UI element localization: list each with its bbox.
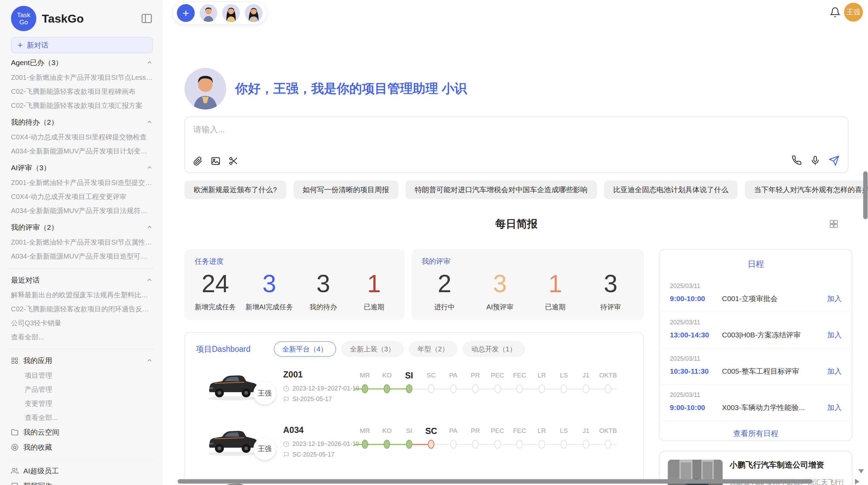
- assistant-avatar: [184, 68, 226, 110]
- sidebar-item-product-mgmt[interactable]: 产品管理: [11, 383, 153, 397]
- milestone-dot: [362, 440, 368, 449]
- image-upload-icon[interactable]: [210, 156, 221, 166]
- join-link[interactable]: 加入: [827, 366, 842, 376]
- project-date-range: 2023-12-19~2027-01-19: [292, 385, 359, 392]
- sidebar-item-task[interactable]: A034-全新新能源MUV产品开发项目计划变更表编写: [11, 144, 153, 158]
- milestone-dot: [450, 440, 457, 449]
- phone-call-icon[interactable]: [792, 156, 802, 166]
- sidebar-item-chat[interactable]: C02-飞腾新能源轻客改款项目的闭环通告反馈情况: [11, 302, 153, 316]
- my-apps-label: 我的应用: [23, 356, 52, 365]
- user-avatar[interactable]: 王强: [844, 3, 863, 22]
- new-chat-button[interactable]: + 新对话: [11, 37, 153, 53]
- paperclip-icon[interactable]: [193, 156, 203, 166]
- section-header-agent-done[interactable]: Agent已办（3）: [11, 54, 153, 71]
- sidebar-item-cloud-space[interactable]: 我的云空间: [11, 425, 153, 440]
- sidebar: Task Go TaskGo + 新对话 Agent已办（3） Z001-全新燃…: [0, 0, 162, 485]
- sidebar-item-my-apps[interactable]: 我的应用: [11, 353, 153, 369]
- sidebar-item-favorites[interactable]: 我的收藏: [11, 440, 153, 455]
- sidebar-item-task[interactable]: A034-全新新能源MUV产品开发项目造型可行性评审: [11, 249, 153, 263]
- logo-row: Task Go TaskGo: [11, 5, 153, 32]
- project-row-a034[interactable]: 王强 A034 2023-12-19~2026-01-19 SC-2025-05…: [204, 424, 643, 468]
- milestone-label: KO: [376, 426, 398, 436]
- sidebar-item-task[interactable]: C0X4-动力总成开发项目SI里程碑提交物检查: [11, 130, 153, 144]
- stat-value: 3: [479, 270, 520, 297]
- add-session-button[interactable]: +: [177, 4, 195, 22]
- sidebar-item-change-mgmt[interactable]: 变更管理: [11, 397, 153, 411]
- card-title: 任务进度: [195, 257, 224, 266]
- session-avatar[interactable]: [222, 4, 240, 22]
- sidebar-item-task[interactable]: Z001-全新燃油轻卡产品开发项目SI造型提交物评审: [11, 176, 153, 190]
- chat-input[interactable]: [193, 125, 742, 134]
- milestone-label: MR: [354, 426, 376, 436]
- section-header-my-todo[interactable]: 我的待办（2）: [11, 114, 153, 130]
- join-link[interactable]: 加入: [827, 294, 842, 303]
- stat-overdue: 1 已逾期: [353, 270, 395, 312]
- stat-new-done: 24 新增完成任务: [195, 270, 236, 312]
- project-row-z001[interactable]: 王强 Z001 2023-12-19~2027-01-19 SI-2025-05…: [204, 368, 643, 412]
- schedule-date: 2025/03/11: [670, 355, 842, 362]
- sidebar-item-task[interactable]: A034-全新新能源MUV产品开发项目法规符合性评审: [11, 204, 153, 218]
- stat-label: 新增AI完成任务: [245, 302, 293, 312]
- milestone-dot: [516, 384, 523, 393]
- suggestion-chip[interactable]: 欧洲新规最近颁布了什么?: [184, 181, 286, 199]
- suggestion-chip[interactable]: 当下年轻人对汽车外观有怎样的喜好趋势: [745, 181, 868, 199]
- scroll-down-arrow[interactable]: [858, 469, 864, 473]
- join-link[interactable]: 加入: [827, 403, 842, 412]
- sidebar-item-task[interactable]: C0X4-动力总成开发项目工程变更评审: [11, 190, 153, 204]
- section-header-my-review[interactable]: 我的评审（2）: [11, 219, 153, 235]
- stat-label: 已逾期: [353, 302, 395, 312]
- view-all-chats-link[interactable]: 查看全部...: [11, 330, 153, 344]
- schedule-item: 2025/03/11 10:30-11:30 C005-整车工程目标评审 加入: [660, 348, 852, 385]
- schedule-time: 10:30-11:30: [670, 367, 722, 375]
- notifications-bell-icon[interactable]: [830, 7, 841, 18]
- section-header-recent-chats[interactable]: 最近对话: [11, 272, 153, 288]
- milestone-dot: [384, 440, 390, 449]
- truck-image: [204, 368, 261, 402]
- tab-model-year[interactable]: 年型（2）: [409, 341, 457, 357]
- section-label: AI评审（3）: [11, 163, 51, 173]
- project-next-node: SI-2025-05-17: [292, 396, 332, 403]
- sidebar-item-task[interactable]: Z001-全新燃油皮卡产品开发项目SI节点Lesson Learn报告: [11, 71, 153, 85]
- suggestion-chip[interactable]: 如何写一份清晰的项目周报: [293, 181, 398, 199]
- tab-new-platform[interactable]: 全新平台（4）: [274, 341, 336, 357]
- milestone-label-current: SI: [398, 370, 420, 381]
- milestone-dot: [539, 384, 545, 393]
- milestone-dot: [516, 440, 523, 449]
- suggestion-chip[interactable]: 特朗普可能对进口汽车增税会对中国车企造成哪些影响: [406, 181, 597, 199]
- app-title: TaskGo: [42, 12, 84, 25]
- project-next-node: SC-2025-05-17: [292, 451, 335, 458]
- sidebar-item-chat[interactable]: 解释最新出台的欧盟报废车法规再生塑料比例被调至15%...: [11, 288, 153, 302]
- collapse-sidebar-icon[interactable]: [141, 12, 153, 25]
- dashboard-tabs: 全新平台（4） 全新上装（3） 年型（2） 动总开发（1）: [274, 341, 525, 357]
- microphone-icon[interactable]: [810, 156, 820, 166]
- view-all-apps-link[interactable]: 查看全部...: [11, 411, 153, 425]
- dashboard-title: 项目Dashboard: [196, 344, 251, 355]
- send-icon[interactable]: [829, 155, 840, 166]
- sidebar-item-help-write[interactable]: 帮我写作: [11, 478, 153, 485]
- sidebar-item-task[interactable]: C02-飞腾新能源轻客改款项目立项汇报方案: [11, 99, 153, 113]
- sidebar-item-task[interactable]: Z001-全新燃油轻卡产品开发项目SI节点属性5D文件评审: [11, 235, 153, 249]
- tab-new-body[interactable]: 全新上装（3）: [341, 341, 403, 357]
- sidebar-item-ai-employee[interactable]: AI超级员工: [11, 463, 153, 478]
- view-all-schedule-link[interactable]: 查看所有日程: [660, 421, 852, 439]
- layout-grid-icon[interactable]: [829, 219, 839, 229]
- project-owner-badge: 王强: [253, 437, 276, 460]
- section-header-ai-review[interactable]: AI评审（3）: [11, 160, 153, 176]
- session-avatar[interactable]: [200, 4, 217, 22]
- tab-powertrain[interactable]: 动总开发（1）: [463, 341, 525, 357]
- stat-value: 1: [535, 270, 576, 297]
- session-avatar[interactable]: [245, 4, 263, 22]
- sidebar-item-project-mgmt[interactable]: 项目管理: [11, 369, 153, 383]
- horizontal-scrollbar-thumb[interactable]: [178, 479, 812, 484]
- scissors-icon[interactable]: [228, 156, 239, 166]
- vertical-scrollbar-thumb[interactable]: [863, 171, 868, 219]
- sidebar-item-task[interactable]: C02-飞腾新能源轻客改款项目里程碑画布: [11, 85, 153, 99]
- write-icon: [11, 482, 19, 485]
- project-name: A034: [283, 425, 354, 435]
- sidebar-item-chat[interactable]: 公司Q3轻卡销量: [11, 316, 153, 330]
- suggestion-chip[interactable]: 比亚迪全固态电池计划具体说了什么: [604, 181, 738, 199]
- join-link[interactable]: 加入: [827, 330, 842, 340]
- scroll-right-arrow[interactable]: [855, 479, 859, 484]
- milestone-dot: [539, 440, 545, 449]
- suggestion-chips: 欧洲新规最近颁布了什么? 如何写一份清晰的项目周报 特朗普可能对进口汽车增税会对…: [184, 181, 848, 199]
